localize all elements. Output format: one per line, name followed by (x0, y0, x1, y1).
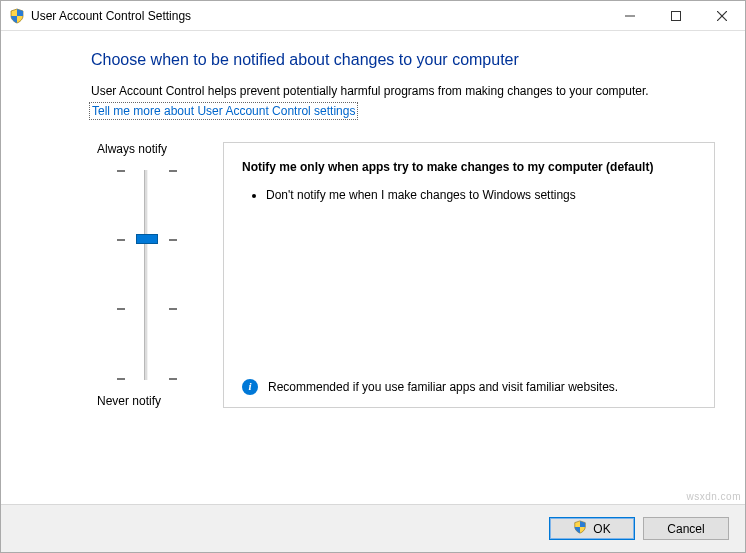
page-heading: Choose when to be notified about changes… (91, 51, 715, 69)
ok-button-label: OK (593, 522, 610, 536)
slider-label-bottom: Never notify (97, 394, 161, 408)
uac-shield-icon-small (573, 520, 587, 537)
close-button[interactable] (699, 1, 745, 31)
content-area: Choose when to be notified about changes… (1, 31, 745, 408)
level-title: Notify me only when apps try to make cha… (242, 159, 696, 175)
recommendation-text: Recommended if you use familiar apps and… (268, 379, 618, 395)
level-description-panel: Notify me only when apps try to make cha… (223, 142, 715, 408)
help-link[interactable]: Tell me more about User Account Control … (89, 102, 358, 120)
level-bullet: Don't notify me when I make changes to W… (266, 187, 696, 204)
cancel-button[interactable]: Cancel (643, 517, 729, 540)
window-title: User Account Control Settings (25, 9, 607, 23)
level-bullet-list: Don't notify me when I make changes to W… (252, 187, 696, 210)
slider-thumb[interactable] (136, 234, 158, 244)
uac-shield-icon (9, 8, 25, 24)
recommendation-row: i Recommended if you use familiar apps a… (242, 367, 696, 395)
button-bar: OK Cancel (1, 504, 745, 552)
svg-rect-1 (672, 11, 681, 20)
cancel-button-label: Cancel (667, 522, 704, 536)
maximize-button[interactable] (653, 1, 699, 31)
watermark: wsxdn.com (686, 491, 741, 502)
notification-slider[interactable] (116, 170, 176, 380)
info-icon: i (242, 379, 258, 395)
slider-label-top: Always notify (97, 142, 167, 156)
body-row: Always notify Never notify Notify me onl… (91, 142, 715, 408)
description-text: User Account Control helps prevent poten… (91, 83, 715, 100)
ok-button[interactable]: OK (549, 517, 635, 540)
minimize-button[interactable] (607, 1, 653, 31)
slider-column: Always notify Never notify (91, 142, 201, 408)
title-bar: User Account Control Settings (1, 1, 745, 31)
